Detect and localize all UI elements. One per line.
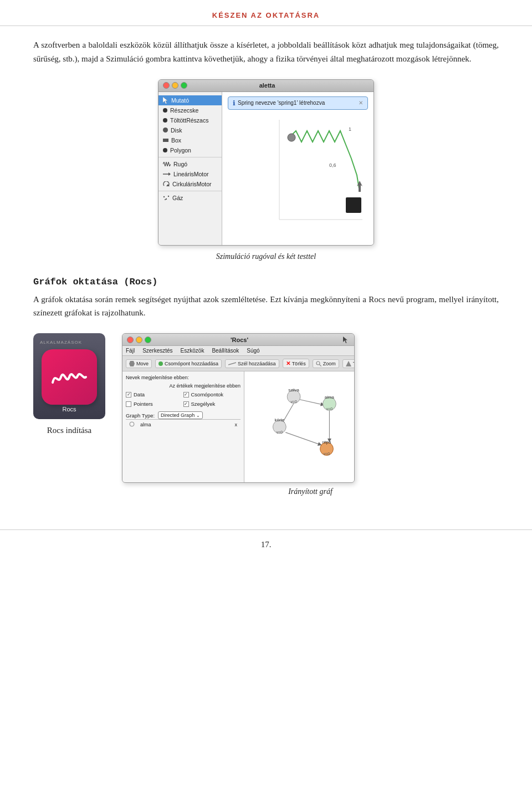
- sidebar-item-linearmotor[interactable]: LineárisMotor: [158, 169, 222, 179]
- sidebar-item-mutato[interactable]: Mutató: [158, 95, 222, 105]
- cursor-arrow-icon: [343, 337, 350, 343]
- dot-icon: [163, 108, 167, 113]
- app-section-label: ALKALMAZÁSOK: [40, 340, 82, 345]
- panel-row-pointers: Pointers Szegélyek: [126, 401, 241, 408]
- toolbar-top-label: Top: [353, 361, 355, 366]
- sidebar-item-toltott[interactable]: TöltöttRészacs: [158, 115, 222, 125]
- checkbox-pointers[interactable]: [126, 401, 131, 407]
- rocs-titlebar: 'Rocs': [122, 334, 354, 346]
- rocs-app-icon[interactable]: [42, 349, 97, 405]
- svg-text:alma: alma: [325, 395, 335, 400]
- toolbar-delete[interactable]: ✕ Törlés: [283, 359, 309, 368]
- close-btn[interactable]: [163, 82, 170, 89]
- checkbox-data[interactable]: [126, 392, 131, 398]
- sim-canvas: ℹ Spring nevezve 'spring1' létrehozva ✕ …: [222, 92, 374, 245]
- label-pointers: Pointers: [134, 401, 153, 407]
- svg-point-12: [288, 134, 295, 141]
- checkbox-szegely[interactable]: [183, 401, 189, 407]
- svg-marker-20: [346, 361, 351, 366]
- toolbar-add-edge-label: Szél hozzáadása: [238, 361, 276, 366]
- toolbar-add-node[interactable]: Csomópont hozzáadása: [155, 359, 222, 368]
- menu-sugo[interactable]: Súgó: [247, 348, 259, 354]
- svg-line-17: [228, 363, 236, 365]
- linear-motor-icon: [163, 172, 171, 176]
- ertekek-label-text: Az értékek megjelenítése ebben: [169, 383, 241, 389]
- graph-type-row: Graph Type: Directed Graph ⌄: [126, 411, 241, 419]
- panel-col-pointers: Pointers: [126, 401, 183, 408]
- sidebar-label-disk: Disk: [171, 127, 182, 134]
- rocs-toolbar: Move Csomópont hozzáadása Szél hozzáadás…: [122, 356, 354, 371]
- minimize-btn[interactable]: [172, 82, 178, 89]
- toolbar-add-node-label: Csomópont hozzáadása: [165, 361, 218, 366]
- paragraph-2: A gráfok oktatása során remek segítséget…: [33, 293, 499, 320]
- sim-titlebar-controls: [163, 82, 187, 89]
- rocs-app-column: ALKALMAZÁSOK Rocs Rocs indítása: [33, 333, 105, 435]
- label-csomopont: Csomópontok: [191, 391, 224, 398]
- notif-close-icon[interactable]: ✕: [359, 100, 363, 106]
- sidebar-item-polygon[interactable]: Polygon: [158, 145, 222, 155]
- rocs-close-btn[interactable]: [127, 337, 134, 343]
- svg-marker-0: [163, 97, 167, 104]
- graph-svg: szilva v=0 alma v=0 körte v=0: [244, 371, 354, 482]
- rocs-titlebar-controls: [127, 337, 151, 343]
- panel-row-data: Data Csomópontok: [126, 391, 241, 399]
- svg-text:répa: répa: [323, 440, 331, 445]
- sidebar-label-polygon: Polygon: [170, 147, 191, 154]
- rocs-section: ALKALMAZÁSOK Rocs Rocs indítása: [33, 333, 499, 496]
- sidebar-separator: [158, 157, 222, 157]
- check-row-csomopont: Csomópontok: [183, 391, 241, 398]
- menu-beallitasok[interactable]: Beállítások: [212, 348, 239, 354]
- svg-marker-15: [343, 337, 347, 343]
- svg-text:körte: körte: [275, 417, 285, 422]
- app-name-label: Rocs: [62, 406, 76, 412]
- svg-text:szilva: szilva: [288, 388, 299, 393]
- check-row-data: Data: [126, 391, 183, 398]
- sidebar-item-box[interactable]: Box: [158, 135, 222, 145]
- add-node-icon: [158, 361, 163, 366]
- toolbar-move[interactable]: Move: [126, 359, 152, 368]
- toolbar-zoom[interactable]: Zoom: [313, 359, 339, 368]
- graph-type-select[interactable]: Directed Graph ⌄: [158, 411, 203, 419]
- radio-icon: [129, 421, 135, 427]
- toolbar-top[interactable]: Top: [342, 359, 355, 368]
- sidebar-item-cirkularis[interactable]: CirkulárisMotor: [158, 179, 222, 189]
- svg-line-19: [319, 364, 321, 366]
- sidebar-item-rugo[interactable]: Rugó: [158, 159, 222, 169]
- toolbar-move-label: Move: [136, 361, 149, 366]
- sidebar-item-gaz[interactable]: Gáz: [158, 193, 222, 203]
- menu-fajl[interactable]: Fájl: [126, 348, 135, 354]
- rocs-body: Nevek megjelenítése ebben: Az értékek me…: [122, 371, 354, 482]
- label-szegely: Szegélyek: [191, 401, 216, 407]
- rocs-max-btn[interactable]: [145, 337, 151, 343]
- main-content: A szoftverben a baloldali eszközök közül…: [0, 38, 532, 496]
- rocs-title: 'Rocs': [231, 337, 248, 343]
- sim-titlebar: aletta: [158, 80, 374, 92]
- cursor-icon: [163, 97, 168, 104]
- sim-screenshot: aletta Mutató Részecske: [158, 79, 374, 246]
- disk-icon: [163, 128, 168, 133]
- sidebar-label-toltott: TöltöttRészacs: [170, 117, 208, 124]
- dropdown-chevron-icon: ⌄: [196, 413, 200, 418]
- paragraph-1: A szoftverben a baloldali eszközök közül…: [33, 38, 499, 66]
- rocs-scrollbar[interactable]: [122, 482, 354, 483]
- menu-eszkozok[interactable]: Eszközök: [181, 348, 204, 354]
- graph-type-label: Graph Type:: [126, 412, 155, 419]
- rocs-icon-wave: [50, 366, 89, 388]
- spring-icon: [163, 162, 171, 166]
- info-icon: ℹ: [233, 99, 236, 107]
- panel-col-csomopont: Csomópontok: [183, 391, 241, 399]
- sidebar-item-reszecske[interactable]: Részecske: [158, 105, 222, 115]
- label-data: Data: [134, 391, 145, 398]
- maximize-btn[interactable]: [181, 82, 187, 89]
- svg-point-4: [163, 196, 165, 197]
- sidebar-item-disk[interactable]: Disk: [158, 125, 222, 135]
- section-heading: Gráfok oktatása (Rocs): [33, 277, 499, 287]
- menu-szerkesztes[interactable]: Szerkesztés: [142, 348, 172, 354]
- svg-line-25: [299, 400, 324, 405]
- page-header: KÉSZEN AZ OKTATÁSRA: [0, 0, 532, 26]
- sidebar-label-mutato: Mutató: [171, 97, 189, 104]
- toolbar-add-edge[interactable]: Szél hozzáadása: [225, 359, 279, 368]
- rocs-min-btn[interactable]: [136, 337, 142, 343]
- rocs-caption: Irányított gráf: [122, 487, 499, 496]
- checkbox-csomopont[interactable]: [183, 392, 189, 398]
